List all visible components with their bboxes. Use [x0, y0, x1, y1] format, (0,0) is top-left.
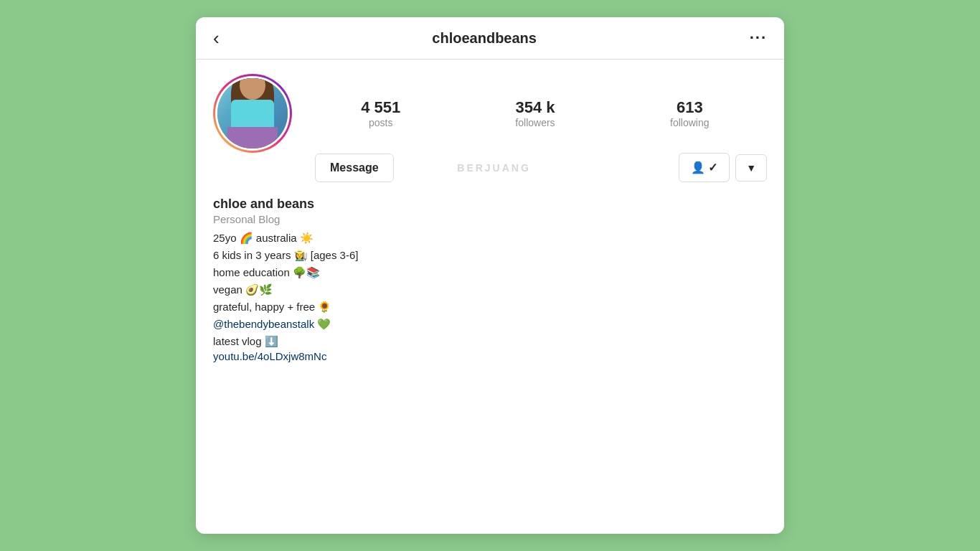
check-icon: ✓ [708, 161, 717, 174]
person-icon: 👤 [691, 161, 705, 174]
bio-section: chloe and beans Personal Blog 25yo 🌈 aus… [196, 197, 784, 380]
watermark: BERJUANG [457, 162, 531, 174]
following-label: following [613, 117, 767, 128]
bio-line-7: latest vlog ⬇️ [213, 333, 767, 350]
dropdown-button[interactable]: ▼ [735, 154, 767, 182]
bio-name: chloe and beans [213, 197, 767, 212]
following-check-button[interactable]: 👤 ✓ [679, 153, 730, 182]
profile-top-row: 4 551 posts 354 k followers 613 followin… [213, 74, 767, 153]
bio-line-6[interactable]: @thebendybeanstalk 💚 [213, 316, 767, 333]
message-button[interactable]: Message [315, 154, 394, 182]
stat-following[interactable]: 613 following [613, 98, 767, 128]
nav-bar: ‹ chloeandbeans ··· [196, 17, 784, 60]
stats-row: 4 551 posts 354 k followers 613 followin… [303, 98, 767, 128]
more-options-button[interactable]: ··· [750, 29, 767, 47]
posts-count: 4 551 [303, 98, 458, 117]
bio-line-4: vegan 🥑🌿 [213, 281, 767, 298]
avatar[interactable] [213, 74, 292, 153]
bio-line-3: home education 🌳📚 [213, 264, 767, 281]
bio-line-5: grateful, happy + free 🌻 [213, 298, 767, 316]
profile-card: ‹ chloeandbeans ··· [196, 17, 784, 534]
bio-link[interactable]: youtu.be/4oLDxjw8mNc [213, 350, 326, 362]
posts-label: posts [303, 117, 458, 128]
following-count: 613 [613, 98, 767, 117]
followers-count: 354 k [458, 98, 612, 117]
back-button[interactable]: ‹ [213, 29, 220, 47]
bio-category: Personal Blog [213, 213, 767, 225]
bio-line-2: 6 kids in 3 years 👩‍🌾 [ages 3-6] [213, 247, 767, 264]
followers-label: followers [458, 117, 612, 128]
stat-followers[interactable]: 354 k followers [458, 98, 612, 128]
nav-username: chloeandbeans [432, 30, 537, 47]
profile-section: 4 551 posts 354 k followers 613 followin… [196, 60, 784, 182]
bio-line-1: 25yo 🌈 australia ☀️ [213, 230, 767, 247]
action-buttons-row: Message BERJUANG 👤 ✓ ▼ [315, 153, 767, 182]
stat-posts[interactable]: 4 551 posts [303, 98, 458, 128]
